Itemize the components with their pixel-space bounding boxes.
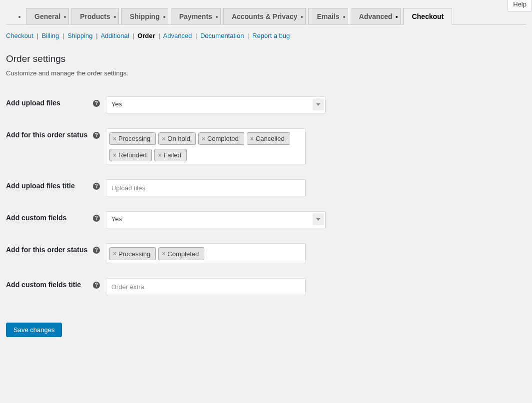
sublink-advanced[interactable]: Advanced [163,32,192,39]
close-icon[interactable]: × [158,152,161,159]
subsubsub: Checkout | Billing | Shipping | Addition… [6,32,532,39]
separator: | [96,32,97,39]
close-icon[interactable]: × [113,135,116,142]
tag-label: Refunded [118,151,146,159]
close-icon[interactable]: × [113,152,116,159]
separator: | [195,32,197,39]
help-icon[interactable]: ? [93,215,100,222]
tag-failed: ×Failed [154,149,186,161]
sublink-checkout[interactable]: Checkout [6,32,33,39]
select-add-upload-files[interactable]: Yes [106,96,326,113]
tag-processing: ×Processing [109,132,156,145]
form-table: Add upload files ? Yes Add for this orde… [6,89,326,303]
tag-label: Cancelled [256,135,285,142]
tag-label: Completed [207,135,239,142]
field-label-custom-fields: Add custom fields [6,214,66,222]
tab-shipping[interactable]: Shipping [121,8,168,25]
tag-processing: ×Processing [109,247,156,260]
close-icon[interactable]: × [250,135,254,142]
close-icon[interactable]: × [202,135,205,142]
sublink-documentation[interactable]: Documentation [200,32,244,39]
tag-refunded: ×Refunded [109,149,152,161]
tag-cancelled: ×Cancelled [247,132,290,145]
field-label-custom-fields-title: Add custom fields title [6,281,81,289]
tag-label: Failed [163,151,181,159]
nav-tabs: General Products Shipping Payments Accou… [6,8,526,25]
multiselect-order-status-1[interactable]: ×Processing ×On hold ×Completed ×Cancell… [106,128,306,164]
tab-products[interactable]: Products [71,8,119,25]
tag-completed: ×Completed [198,132,244,145]
separator: | [247,32,249,39]
close-icon[interactable]: × [113,250,116,257]
tag-completed: ×Completed [158,247,204,260]
separator: | [132,32,134,39]
select-add-custom-fields[interactable]: Yes [106,211,326,228]
close-icon[interactable]: × [162,250,165,257]
help-button[interactable]: Help [508,0,532,11]
help-icon[interactable]: ? [93,100,100,107]
chevron-down-icon [313,213,324,225]
sublink-report-bug[interactable]: Report a bug [252,32,290,39]
separator: | [37,32,38,39]
field-label-order-status-1: Add for this order status [6,131,87,139]
input-custom-fields-title[interactable] [106,278,306,295]
separator: | [158,32,160,39]
help-icon[interactable]: ? [93,132,100,139]
page-description: Customize and manage the order settings. [6,69,526,77]
tab-general[interactable]: General [26,8,69,25]
separator: | [62,32,64,39]
close-icon[interactable]: × [162,135,165,142]
tag-label: Completed [167,250,199,258]
select-value: Yes [111,100,122,108]
multiselect-order-status-2[interactable]: ×Processing ×Completed [106,243,306,263]
help-icon[interactable]: ? [93,183,100,190]
sublink-billing[interactable]: Billing [42,32,59,39]
tag-on-hold: ×On hold [158,132,196,145]
tag-label: Processing [118,250,150,258]
help-icon[interactable]: ? [93,282,100,289]
field-label-order-status-2: Add for this order status [6,246,87,254]
field-label-upload-files-title: Add upload files title [6,182,75,190]
sublink-shipping[interactable]: Shipping [67,32,93,39]
tab-payments[interactable]: Payments [171,8,221,25]
sublink-additional[interactable]: Additional [100,32,129,39]
tag-label: On hold [167,135,190,142]
tab-checkout[interactable]: Checkout [403,8,452,25]
chevron-down-icon [313,98,324,110]
save-button[interactable]: Save changes [6,323,62,337]
tag-label: Processing [118,135,150,142]
help-icon[interactable]: ? [93,247,100,254]
select-value: Yes [111,215,122,223]
sublink-order[interactable]: Order [137,32,155,39]
field-label-upload-files: Add upload files [6,99,60,107]
tab-accounts-privacy[interactable]: Accounts & Privacy [223,8,306,25]
tab-advanced[interactable]: Advanced [351,8,401,25]
input-upload-files-title[interactable] [106,179,306,196]
page-title: Order settings [6,53,526,64]
